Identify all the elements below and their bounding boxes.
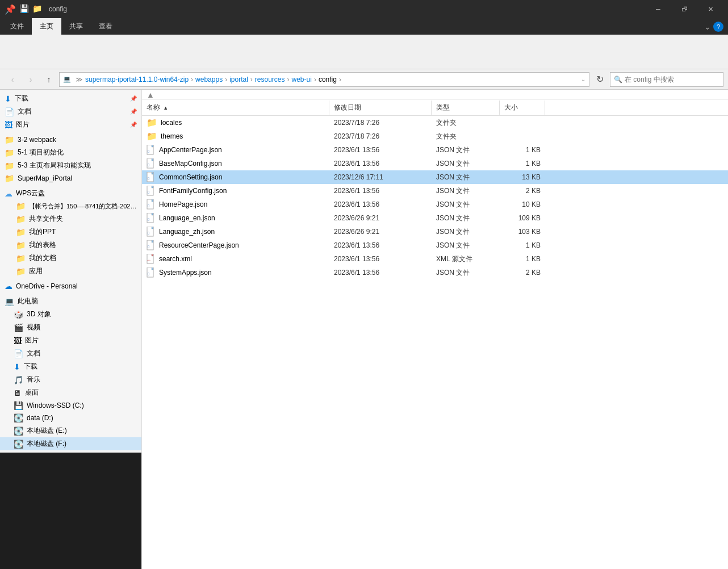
file-row[interactable]: 📁 themes 2023/7/18 7:26 文件夹 (142, 129, 728, 143)
close-button[interactable]: ✕ (697, 0, 723, 18)
address-box[interactable]: 💻 ≫ supermap-iportal-11.1.0-win64-zip › … (59, 72, 589, 87)
download-pc-icon: ⬇ (14, 362, 20, 371)
sidebar-item-my-docs[interactable]: 📁 我的文档 (0, 252, 141, 265)
sidebar-item-video[interactable]: 🎬 视频 (0, 321, 141, 334)
file-cell-date: 2023/12/6 17:11 (329, 172, 432, 182)
file-list-body: 📁 locales 2023/7/18 7:26 文件夹 📁 themes 20… (142, 116, 728, 569)
breadcrumb-part-4[interactable]: resources (255, 76, 285, 83)
help-button[interactable]: ? (713, 22, 723, 32)
file-cell-size (500, 122, 545, 124)
file-cell-name: {} HomePage.json (142, 198, 329, 211)
svg-text:{}: {} (148, 204, 150, 207)
breadcrumb-part-3[interactable]: iportal (229, 76, 248, 83)
file-row[interactable]: {} FontFamilyConfig.json 2023/6/1 13:56 … (142, 184, 728, 198)
sidebar-item-drive-d[interactable]: 💽 data (D:) (0, 412, 141, 424)
sidebar-item-documents[interactable]: 📄 文档 📌 (0, 105, 141, 118)
file-row[interactable]: {} HomePage.json 2023/6/1 13:56 JSON 文件 … (142, 198, 728, 211)
json-file-icon: {} (147, 199, 156, 210)
breadcrumb-part-1[interactable]: supermap-iportal-11.1.0-win64-zip (85, 76, 189, 83)
sidebar-item-drive-c[interactable]: 💾 Windows-SSD (C:) (0, 399, 141, 412)
sidebar-item-my-ppt[interactable]: 📁 我的PPT (0, 225, 141, 239)
file-cell-type: JSON 文件 (432, 185, 500, 197)
ribbon-tabs: 文件 主页 共享 查看 ⌄ ? (0, 18, 728, 35)
folder-icon-ppt: 📁 (16, 228, 26, 237)
back-button[interactable]: ‹ (5, 72, 20, 87)
sidebar-item-documents-pc[interactable]: 📄 文档 (0, 347, 141, 360)
sidebar-item-project-init[interactable]: 📁 5-1 项目初始化 (0, 146, 141, 159)
file-cell-type: JSON 文件 (432, 144, 500, 156)
forward-button[interactable]: › (23, 72, 39, 87)
breadcrumb-part-2[interactable]: webapps (195, 76, 223, 83)
file-row[interactable]: </> search.xml 2023/6/1 13:56 XML 源文件 1 … (142, 252, 728, 266)
col-header-date[interactable]: 修改日期 (329, 101, 432, 115)
minimize-button[interactable]: ─ (645, 0, 671, 18)
col-header-type[interactable]: 类型 (432, 101, 500, 115)
file-cell-date: 2023/6/1 13:56 (329, 267, 432, 278)
file-cell-type: JSON 文件 (432, 267, 500, 279)
search-input[interactable] (625, 76, 719, 83)
file-row[interactable]: {} ResourceCenterPage.json 2023/6/1 13:5… (142, 239, 728, 252)
folder-icon-docs: 📁 (16, 254, 26, 263)
tab-share[interactable]: 共享 (61, 18, 91, 35)
file-cell-size: 1 KB (500, 254, 545, 264)
folder-icon-supermap: 📁 (5, 174, 14, 183)
search-box[interactable]: 🔍 (610, 72, 723, 87)
sidebar-item-pictures[interactable]: 🖼 图片 📌 (0, 118, 141, 131)
sidebar-item-wps[interactable]: ☁ WPS云盘 (0, 187, 141, 200)
sidebar-item-download[interactable]: ⬇ 下载 📌 (0, 92, 141, 105)
file-row[interactable]: {} BaseMapConfig.json 2023/6/1 13:56 JSO… (142, 157, 728, 170)
file-cell-size: 1 KB (500, 145, 545, 155)
sidebar-item-my-tables[interactable]: 📁 我的表格 (0, 239, 141, 252)
music-icon: 🎵 (14, 375, 23, 384)
folder-icon: 📁 (147, 118, 157, 128)
file-cell-type: 文件夹 (432, 131, 500, 143)
file-cell-type: JSON 文件 (432, 171, 500, 183)
file-cell-name: {} Language_en.json (142, 212, 329, 224)
file-row[interactable]: {} AppCenterPage.json 2023/6/1 13:56 JSO… (142, 143, 728, 157)
tab-file[interactable]: 文件 (2, 18, 32, 35)
tab-view[interactable]: 查看 (91, 18, 120, 35)
sidebar-item-download-pc[interactable]: ⬇ 下载 (0, 360, 141, 373)
sidebar-item-apps[interactable]: 📁 应用 (0, 265, 141, 278)
file-cell-date: 2023/6/1 13:56 (329, 145, 432, 155)
col-header-name[interactable]: 名称 ▲ (142, 101, 329, 115)
sidebar-item-this-pc[interactable]: 💻 此电脑 (0, 295, 141, 308)
sidebar-item-drive-e[interactable]: 💽 本地磁盘 (E:) (0, 424, 141, 437)
sidebar-item-music[interactable]: 🎵 音乐 (0, 373, 141, 386)
file-row[interactable]: 📁 locales 2023/7/18 7:26 文件夹 (142, 116, 728, 129)
svg-text:</>: </> (147, 259, 150, 262)
sidebar-item-onedrive[interactable]: ☁ OneDrive - Personal (0, 280, 141, 292)
breadcrumb-part-5[interactable]: web-ui (292, 76, 312, 83)
file-cell-name: {} ResourceCenterPage.json (142, 239, 329, 252)
3d-icon: 🎲 (14, 310, 23, 319)
refresh-button[interactable]: ↻ (592, 72, 608, 87)
drive-f-icon: 💽 (14, 440, 23, 449)
title-bar: 📌 💾 📁 config ─ 🗗 ✕ (0, 0, 728, 18)
sidebar-item-supermap[interactable]: 📁 SuperMap_iPortal (0, 172, 141, 185)
file-row[interactable]: {} SystemApps.json 2023/6/1 13:56 JSON 文… (142, 266, 728, 279)
sidebar-item-drive-f[interactable]: 💽 本地磁盘 (F:) (0, 437, 141, 450)
title-bar-controls[interactable]: ─ 🗗 ✕ (645, 0, 723, 18)
file-cell-date: 2023/6/1 13:56 (329, 199, 432, 210)
expand-ribbon-icon[interactable]: ⌄ (704, 22, 711, 31)
json-file-icon: {} (147, 213, 156, 223)
address-dropdown-icon[interactable]: ⌄ (581, 76, 585, 82)
file-row[interactable]: {} Language_zh.json 2023/6/26 9:21 JSON … (142, 225, 728, 239)
sidebar-item-pictures-pc[interactable]: 🖼 图片 (0, 334, 141, 347)
desktop-icon: 🖥 (14, 388, 22, 398)
sidebar-item-wps-merge[interactable]: 📁 【帐号合并】150----8741的文档-20210224 (0, 200, 141, 212)
sort-indicator-row: ▲ (142, 90, 728, 100)
sidebar-item-3d-objects[interactable]: 🎲 3D 对象 (0, 308, 141, 321)
file-row[interactable]: {} CommonSetting.json 2023/12/6 17:11 JS… (142, 170, 728, 184)
tab-home[interactable]: 主页 (32, 18, 61, 35)
restore-button[interactable]: 🗗 (671, 0, 697, 18)
onedrive-icon: ☁ (5, 282, 12, 291)
sidebar-item-shared-folder[interactable]: 📁 共享文件夹 (0, 212, 141, 225)
sidebar-item-webpack[interactable]: 📁 3-2 webpack (0, 133, 141, 146)
file-row[interactable]: {} Language_en.json 2023/6/26 9:21 JSON … (142, 211, 728, 225)
sidebar-item-homepage[interactable]: 📁 5-3 主页布局和功能实现 (0, 159, 141, 172)
up-button[interactable]: ↑ (41, 72, 57, 87)
col-header-size[interactable]: 大小 (500, 101, 545, 115)
address-bar-row: ‹ › ↑ 💻 ≫ supermap-iportal-11.1.0-win64-… (0, 69, 728, 90)
sidebar-item-desktop[interactable]: 🖥 桌面 (0, 386, 141, 399)
